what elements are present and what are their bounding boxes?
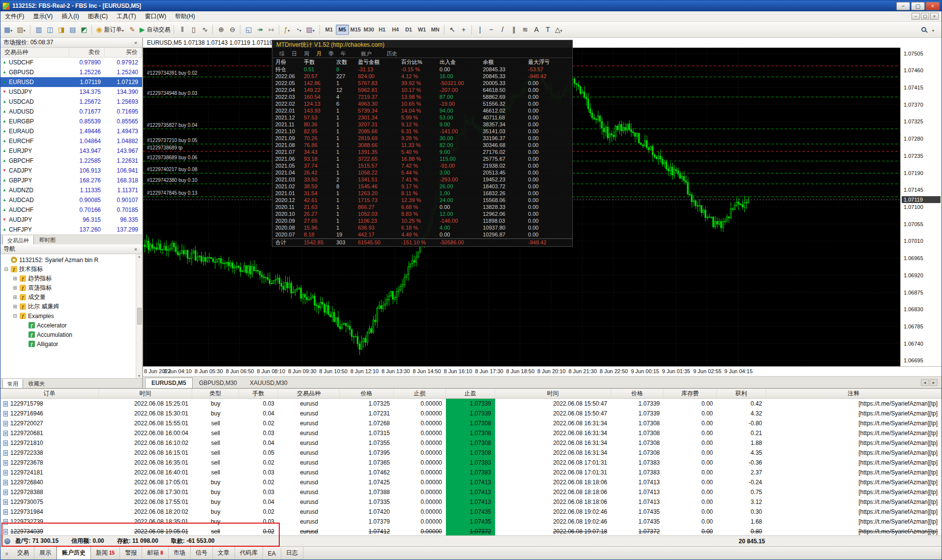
orders-column-label[interactable]: 手数	[239, 389, 278, 398]
timeframe-button[interactable]: MN	[429, 25, 442, 35]
orders-column-label[interactable]: 注释	[766, 389, 942, 398]
stats-tab[interactable]: 年	[341, 50, 346, 58]
market-watch-row[interactable]: GBPJPY 168.276 168.318	[0, 176, 142, 185]
chart-tab[interactable]: EURUSD,M5	[145, 378, 193, 388]
menu-item[interactable]: 窗口(W)	[141, 11, 171, 22]
terminal-tab[interactable]: 邮箱 8	[142, 547, 169, 560]
navigator-item[interactable]: Accumulation	[0, 330, 142, 339]
tab-scroll-right-icon[interactable]: ▸	[930, 379, 938, 386]
terminal-tab[interactable]: 展示	[34, 547, 57, 560]
market-watch-icon[interactable]: ▥	[33, 24, 44, 35]
stats-tab[interactable]: 综	[279, 50, 285, 58]
time-axis[interactable]: 8 Jun 20228 Jun 04:108 Jun 05:308 Jun 06…	[143, 366, 942, 376]
navigator-item[interactable]: ⊞ 震荡指标	[0, 283, 142, 293]
stats-tab[interactable]: 周	[304, 50, 309, 58]
orders-column-label[interactable]: 交易品种	[278, 389, 340, 398]
timeframe-button[interactable]: W1	[415, 25, 429, 35]
orders-column-label[interactable]: 时间	[99, 389, 192, 398]
terminal-menu-icon[interactable]: ≡	[2, 549, 11, 558]
order-row[interactable]: 1229724181 2022.06.08 16:40:01 sell 0.03…	[0, 468, 942, 477]
indicators-icon[interactable]: ƒ	[282, 24, 293, 35]
profiles-icon[interactable]: ▧	[15, 24, 28, 35]
order-row[interactable]: 1229723678 2022.06.08 16:35:01 sell 0.02…	[0, 458, 942, 468]
terminal-tab[interactable]: 账户历史	[57, 546, 91, 560]
navigator-item[interactable]: Accelerator	[0, 321, 142, 330]
child-minimize-button[interactable]: −	[912, 13, 920, 20]
orders-column-label[interactable]: 获利	[717, 389, 766, 398]
order-row[interactable]: 1229721810 2022.06.08 16:10:02 sell 0.04…	[0, 438, 942, 448]
market-watch-row[interactable]: CHFJPY 137.260 137.299	[0, 225, 142, 235]
menu-item[interactable]: 帮助(H)	[171, 11, 200, 22]
scrollbar-thumb[interactable]	[137, 308, 142, 324]
navigator-item[interactable]: 1132152: Syarief Azman bin R	[0, 255, 142, 265]
chart-tab[interactable]: XAUUSD,M30	[243, 378, 294, 388]
toolbar-options-icon[interactable]	[932, 25, 936, 34]
order-row[interactable]: 1229726840 2022.06.08 17:05:01 buy 0.02 …	[0, 477, 942, 487]
menu-item[interactable]: 显示(V)	[29, 11, 57, 22]
chart-tab[interactable]: GBPUSD,M30	[193, 378, 243, 388]
terminal-tab[interactable]: 日志	[281, 547, 303, 560]
orders-column-label[interactable]: 止盈	[446, 389, 495, 398]
tree-expander-icon[interactable]: ⊟	[12, 313, 18, 319]
order-row[interactable]: 1229716946 2022.06.08 15:30:01 buy 0.04 …	[0, 409, 942, 418]
market-watch-row[interactable]: AUDCAD 0.90085 0.90107	[0, 195, 142, 205]
column-ask[interactable]: 买价	[105, 48, 142, 57]
tree-expander-icon[interactable]: ⊞	[12, 304, 18, 309]
order-row[interactable]: 1229732739 2022.06.08 18:35:01 buy 0.03 …	[0, 517, 942, 527]
tab-scroll-left-icon[interactable]: ◂	[921, 379, 929, 386]
scroll-up-icon[interactable]: ▲	[138, 255, 141, 258]
navigator-tab[interactable]: 收藏夹	[24, 379, 50, 389]
order-row[interactable]: 1229722338 2022.06.08 16:15:01 sell 0.05…	[0, 448, 942, 458]
data-window-icon[interactable]: ◫	[44, 24, 56, 35]
navigator-item[interactable]: ⊞ 成交量	[0, 293, 142, 302]
stats-overlay-panel[interactable]: MTDriver统计 V1.52 (http://chaokes.com) 综日…	[272, 40, 573, 247]
market-watch-row[interactable]: EURCHF 1.04864 1.04882	[0, 136, 142, 146]
market-watch-row[interactable]: AUDNZD 1.11335 1.11371	[0, 185, 142, 195]
market-watch-row[interactable]: USDCHF 0.97890 0.97912	[0, 58, 142, 67]
timeframe-button[interactable]: H1	[376, 25, 389, 35]
terminal-icon[interactable]: ▤	[67, 24, 78, 35]
orders-column-label[interactable]: 库存费	[664, 389, 717, 398]
periods-icon[interactable]: ◔	[293, 24, 304, 35]
order-row[interactable]: 1229728388 2022.06.08 17:30:01 buy 0.03 …	[0, 487, 942, 497]
terminal-tab[interactable]: 代码库	[235, 547, 263, 560]
stats-tab[interactable]: 日	[292, 50, 297, 58]
close-icon[interactable]: ×	[132, 246, 139, 252]
menu-item[interactable]: 插入(I)	[57, 11, 83, 22]
orders-column-label[interactable]: 价格	[340, 389, 394, 398]
tree-expander-icon[interactable]: ⊞	[12, 295, 18, 300]
bars-chart-icon[interactable]: ‖	[177, 24, 188, 35]
navigator-item[interactable]: Alligator	[0, 339, 142, 349]
zoom-out-icon[interactable]: ⊖	[227, 24, 238, 35]
templates-icon[interactable]: ▨	[304, 24, 317, 35]
stats-tab[interactable]: 历史	[386, 50, 397, 58]
market-watch-row[interactable]: AUDCHF 0.70166 0.70185	[0, 205, 142, 215]
navigator-scrollbar[interactable]: ▲ ▼	[136, 254, 142, 378]
market-watch-row[interactable]: USDJPY 134.375 134.390	[0, 87, 142, 97]
market-watch-tab[interactable]: 即时图	[34, 236, 60, 245]
metaeditor-icon[interactable]: ✎	[127, 24, 138, 35]
timeframe-button[interactable]: M30	[362, 25, 376, 35]
terminal-tab[interactable]: 交易	[12, 547, 34, 560]
menu-item[interactable]: 工具(T)	[112, 11, 140, 22]
market-watch-row[interactable]: AUDUSD 0.71677 0.71695	[0, 107, 142, 117]
candles-chart-icon[interactable]: ▯	[188, 24, 199, 35]
auto-scroll-icon[interactable]: ↠	[254, 24, 265, 35]
cursor-icon[interactable]: ↖	[447, 24, 458, 35]
timeframe-button[interactable]: H4	[389, 25, 402, 35]
market-watch-row[interactable]: CADJPY 106.913 106.941	[0, 166, 142, 176]
market-watch-row[interactable]: EURUSD 1.07119 1.07129	[0, 77, 142, 87]
navigator-icon[interactable]: ◨	[56, 24, 67, 35]
terminal-tab[interactable]: 信号	[191, 547, 213, 560]
order-row[interactable]: 1229715798 2022.06.08 15:25:01 buy 0.03 …	[0, 399, 942, 409]
terminal-tab[interactable]: 新闻 15	[91, 547, 120, 560]
stats-tab[interactable]: 季	[328, 50, 334, 58]
market-watch-row[interactable]: EURGBP 0.85539 0.85565	[0, 117, 142, 126]
vertical-line-icon[interactable]: |	[474, 24, 486, 35]
close-button[interactable]: ×	[926, 2, 940, 10]
terminal-tab[interactable]: 市场	[169, 547, 191, 560]
price-scale[interactable]: 1.075051.074601.074151.073701.073251.072…	[900, 48, 942, 366]
new-order-icon[interactable]: ◉ 新订单	[94, 24, 126, 35]
column-symbol[interactable]: 交易品种	[0, 48, 69, 57]
order-row[interactable]: 1229731984 2022.06.08 18:20:02 buy 0.02 …	[0, 507, 942, 517]
